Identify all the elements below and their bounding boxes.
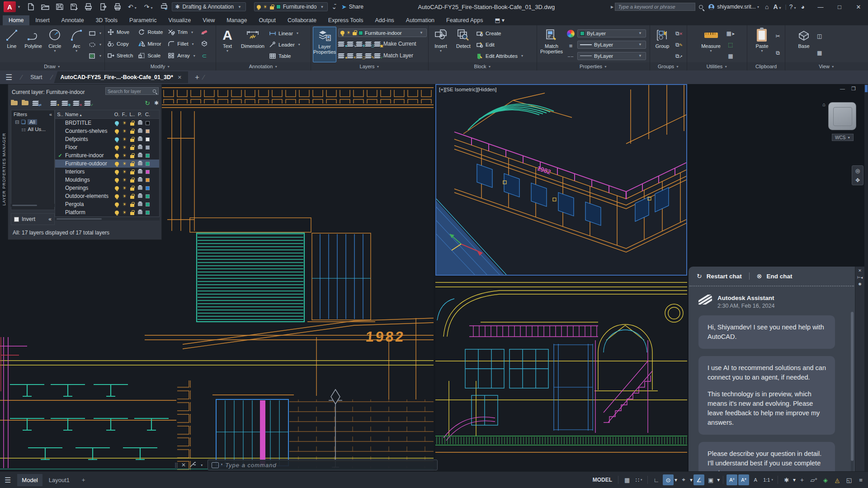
drawing-canvas[interactable]: 1982 [+][SE Isometric][Hidden] xyxy=(0,84,868,471)
print-icon[interactable] xyxy=(113,3,122,10)
rectangle-tool-button[interactable]: ▾ xyxy=(88,28,103,38)
workspace-gear-icon[interactable]: ✱ xyxy=(781,474,792,485)
object-snap-tracking-icon[interactable]: ∠ xyxy=(693,474,704,485)
layer-row-platform[interactable]: Platform☀ xyxy=(55,208,159,216)
panel-label-layers[interactable]: Layers▼ xyxy=(311,62,428,70)
layer-row-pergola[interactable]: Pergola☀ xyxy=(55,200,159,208)
command-prompt-icon[interactable] xyxy=(212,462,219,468)
layer-lock-icon[interactable] xyxy=(130,139,134,142)
batch-plot-icon[interactable] xyxy=(160,3,168,10)
layer-plot-icon[interactable] xyxy=(138,170,142,174)
viewport-minimize-icon[interactable]: — xyxy=(840,86,845,93)
layer-unlock-icon[interactable]: ◻ xyxy=(356,53,363,59)
line-button[interactable]: Line xyxy=(2,27,22,62)
maximize-button[interactable]: □ xyxy=(830,0,849,14)
base-button[interactable]: Base xyxy=(793,27,814,62)
quick-select-icon[interactable]: ▦➤ xyxy=(726,30,735,37)
polar-tracking-icon[interactable]: ⊙ xyxy=(663,474,674,485)
layer-plot-icon[interactable] xyxy=(138,178,142,182)
panel-label-groups[interactable]: Groups▼ xyxy=(650,62,687,70)
refresh-icon[interactable]: ↻ xyxy=(145,99,150,107)
layer-lock-icon[interactable] xyxy=(130,204,134,207)
layer-color-swatch[interactable] xyxy=(146,137,150,141)
layer-on-icon[interactable] xyxy=(115,211,119,215)
annotation-monitor-icon[interactable]: ◬ xyxy=(832,474,843,485)
clean-screen-icon[interactable]: ◱ xyxy=(844,474,854,485)
edit-block-button[interactable]: Edit xyxy=(476,40,535,50)
layer-lock-icon[interactable] xyxy=(130,179,134,183)
layer-isolate-icon[interactable]: ↘ xyxy=(347,41,354,47)
quick-calc-icon[interactable]: ▦ xyxy=(728,53,733,59)
layer-row-furniture-outdoor[interactable]: Furniture-outdoor☀ xyxy=(55,160,159,168)
ribbon-tab-insert[interactable]: Insert xyxy=(29,15,55,25)
group-button[interactable]: Group xyxy=(652,27,673,62)
insert-button[interactable]: Insert▼ xyxy=(430,27,451,62)
panel-label-properties[interactable]: Properties▼ xyxy=(537,62,650,70)
new-tab-button[interactable]: ＋ xyxy=(193,73,201,82)
layer-list-header[interactable]: S.. Name ▴ O. F.. L.. P. C. xyxy=(55,110,159,119)
paste-button[interactable]: Paste▼ xyxy=(751,27,773,62)
layer-on-icon[interactable] xyxy=(115,162,119,166)
command-input[interactable]: Type a command xyxy=(208,460,438,470)
annotation-scale-icon[interactable]: A xyxy=(750,474,761,485)
chat-autohide-icon[interactable]: ⊢◂ xyxy=(857,275,863,282)
mirror-button[interactable]: Mirror xyxy=(137,41,163,47)
layer-color-swatch[interactable] xyxy=(146,145,150,150)
model-space-button[interactable]: MODEL xyxy=(590,477,615,483)
layer-lock-icon[interactable] xyxy=(130,163,134,166)
circle-button[interactable]: Circle ▼ xyxy=(45,27,65,62)
export-icon[interactable] xyxy=(99,3,107,10)
layer-on-icon[interactable] xyxy=(115,202,119,206)
create-block-button[interactable]: Create xyxy=(476,28,535,38)
edit-attributes-button[interactable]: Edit Attributes▾ xyxy=(476,51,535,61)
stretch-button[interactable]: Stretch xyxy=(107,52,133,59)
viewport-se-isometric[interactable]: [+][SE Isometric][Hidden] xyxy=(435,84,687,276)
panel-label-annotation[interactable]: Annotation▼ xyxy=(216,62,311,70)
app-store-icon[interactable]: ⌂ xyxy=(765,3,769,10)
layer-row-openings[interactable]: Openings☀ xyxy=(55,184,159,192)
customization-icon[interactable]: ≡ xyxy=(855,474,866,485)
layer-lock-icon[interactable] xyxy=(130,212,134,215)
minimize-button[interactable]: — xyxy=(811,0,830,14)
array-button[interactable]: Array▾ xyxy=(167,52,197,59)
filters-collapse-icon[interactable]: « xyxy=(49,112,52,117)
restart-chat-icon[interactable]: ↻ xyxy=(697,272,702,280)
delete-layer-icon[interactable]: ✕ xyxy=(73,100,80,106)
layer-row-defpoints[interactable]: Defpoints☀ xyxy=(55,135,159,143)
layer-thaw-icon[interactable]: ☀ xyxy=(347,53,354,59)
isometric-drafting-icon[interactable]: ⌖ xyxy=(678,474,689,485)
arc-button[interactable]: Arc ▼ xyxy=(66,27,86,62)
layer-row-furniture-indoor[interactable]: ✓Furniture-indoor☀ xyxy=(55,151,159,160)
user-avatar[interactable] xyxy=(708,4,714,10)
save-as-icon[interactable] xyxy=(70,3,78,10)
tab-start[interactable]: Start xyxy=(24,71,48,83)
layer-color-swatch[interactable] xyxy=(146,202,150,206)
search-input[interactable]: Type a keyword or phrase xyxy=(615,3,695,11)
lineweight-dropdown[interactable]: ByLayer▼ xyxy=(577,41,646,49)
color-wheel-icon[interactable] xyxy=(567,30,575,38)
layer-plot-icon[interactable] xyxy=(138,186,142,190)
layer-on-icon[interactable] xyxy=(115,178,119,182)
viewport-restore-icon[interactable]: ❐ xyxy=(851,86,856,93)
command-close-icon[interactable]: ✕ xyxy=(181,462,186,468)
layer-freeze-icon[interactable]: ☀ xyxy=(123,121,127,126)
match-layer-icon[interactable]: ✓ xyxy=(374,53,382,59)
layer-on-icon[interactable] xyxy=(115,121,119,125)
share-icon[interactable]: ➤ xyxy=(341,3,347,10)
offset-icon[interactable]: ⊂ xyxy=(202,52,207,59)
explode-icon[interactable] xyxy=(201,40,208,48)
table-button[interactable]: Table xyxy=(269,51,309,61)
layer-color-swatch[interactable] xyxy=(146,194,150,198)
dimension-button[interactable]: Dimension xyxy=(239,27,267,62)
panel-label-view[interactable]: View▼ xyxy=(785,62,868,70)
graphics-performance-icon[interactable]: ◈ xyxy=(820,474,831,485)
chat-close-icon[interactable]: ✕ xyxy=(858,268,862,275)
layer-plot-icon[interactable] xyxy=(138,145,142,149)
layer-lock-icon[interactable] xyxy=(353,32,357,35)
layer-plot-icon[interactable] xyxy=(138,211,142,214)
erase-icon[interactable] xyxy=(200,28,208,36)
panel-label-clipboard[interactable]: Clipboard xyxy=(747,62,785,70)
copy-clip-icon[interactable]: ⧉ xyxy=(776,50,780,56)
layer-plot-icon[interactable] xyxy=(138,137,142,141)
layer-freeze-icon[interactable]: ☀ xyxy=(123,169,127,174)
